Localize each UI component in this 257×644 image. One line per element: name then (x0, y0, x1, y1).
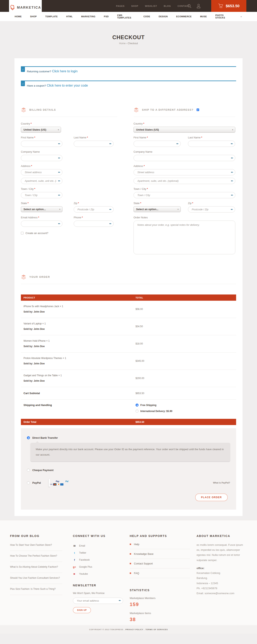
newsletter-email-input[interactable] (76, 599, 117, 602)
paypal-radio[interactable] (27, 481, 30, 484)
billing-email-input[interactable] (24, 222, 56, 226)
product-name[interactable]: Women Hold iPhone × 1 (24, 340, 136, 342)
social-link-facebook[interactable]: f Facebook (73, 556, 123, 564)
menu-item-psd[interactable]: PSD (104, 15, 108, 18)
product-name[interactable]: Proton Absolute Wordpress Themes × 1 (24, 357, 136, 360)
square-bullet-icon (130, 544, 131, 545)
product-name[interactable]: Gadget and Things on the Table × 1 (24, 374, 136, 377)
top-nav-pages[interactable]: PAGES (116, 5, 125, 7)
newsletter-section: NEWSLETTER We Won't Spam, We Promise ✒ S… (73, 584, 123, 613)
help-link[interactable]: FAQ (130, 568, 190, 578)
billing-last-name-input[interactable] (77, 142, 108, 146)
coupon-link[interactable]: Click here to enter your code (47, 84, 88, 87)
order-notes-textarea[interactable] (134, 220, 235, 254)
order-total-row: Order Total $653.50 (21, 419, 236, 425)
blog-link[interactable]: What Is So Alluring About Celebrity Fash… (10, 562, 62, 573)
billing-state-select[interactable]: Select an option... ▾ (21, 206, 62, 212)
terms-of-services-link[interactable]: TERMS OF SERVICES (145, 628, 168, 630)
top-nav-blog[interactable]: BLOG (164, 5, 171, 7)
top-nav-wishlist[interactable]: WISHLIST (145, 5, 157, 7)
top-nav-shop[interactable]: SHOP (131, 5, 138, 7)
your-order-header: YOUR ORDER (21, 274, 236, 284)
order-total-value: $653.50 (136, 421, 144, 424)
menu-item-design[interactable]: DESIGN (158, 15, 168, 18)
logo[interactable]: MARKETICA (9, 0, 42, 15)
blog-link[interactable]: How To Start Your Own Fashion Store? (10, 542, 62, 551)
breadcrumb-home[interactable]: Home (119, 42, 126, 45)
billing-company-input[interactable] (24, 156, 56, 160)
table-row: Variant of Laptop × 1 Sold by: John Doe … (21, 318, 236, 335)
menu-item-cms-templates[interactable]: CMS TEMPLATES (117, 14, 135, 19)
menu-item-html[interactable]: HTML (66, 15, 73, 18)
signup-button[interactable]: SIGN UP (73, 607, 91, 613)
billing-country-select[interactable]: United States (US) ▾ (21, 127, 61, 132)
billing-phone-input[interactable] (77, 222, 108, 226)
menu-item-shop[interactable]: SHOP (30, 15, 37, 18)
shipping-state-select[interactable]: Select an option... ▾ (134, 206, 181, 212)
footer-columns: FROM OUR BLOG How To Start Your Own Fash… (10, 520, 247, 625)
help-link[interactable]: Knowladge Base (130, 549, 190, 559)
product-name[interactable]: Variant of Laptop × 1 (24, 322, 136, 325)
privacy-policy-link[interactable]: PRIVACY POLICY (126, 628, 143, 630)
help-link[interactable]: Contact Support (130, 559, 190, 568)
pen-icon: ✒ (109, 142, 112, 145)
cart-total: $653.50 (226, 4, 240, 8)
menu-item-code[interactable]: CODE (143, 15, 150, 18)
footer-blog-column: FROM OUR BLOG How To Start Your Own Fash… (10, 534, 66, 625)
menu-overflow-icon[interactable]: » (240, 15, 242, 18)
menu-item-template[interactable]: TEMPLATE (45, 15, 58, 18)
billing-zip-input[interactable] (77, 208, 108, 211)
menu-item-home[interactable]: HOME (15, 15, 22, 18)
blog-link[interactable]: How To Choose The Perfect Fashion Store? (10, 551, 62, 562)
blog-link[interactable]: Plus Size Fashion: Is There Such a Thing… (10, 584, 62, 595)
cart-button[interactable]: $653.50 (211, 0, 246, 12)
menu-item-marketing[interactable]: MARKETING (81, 15, 95, 18)
cart-icon (218, 4, 223, 8)
checkout-card: i Returning customer? Click here to logi… (14, 58, 242, 516)
shipping-zip-input[interactable] (191, 208, 229, 211)
blog-link[interactable]: Should You Use Fashion Consultant Servic… (10, 573, 62, 584)
product-name[interactable]: iPhone 5s with Headphones Jack × 1 (24, 305, 136, 308)
shipping-town-input[interactable] (137, 194, 230, 197)
shipping-last-name-input[interactable] (191, 142, 229, 146)
menu-item-photo-stocks[interactable]: PHOTO STOCKS (215, 14, 232, 19)
cheque-payment-radio[interactable] (27, 469, 30, 472)
shipping-country-label: Country* (134, 122, 235, 125)
social-link-email[interactable]: ✉ Email (73, 542, 123, 550)
billing-phone-label: Phone* (74, 216, 114, 219)
billing-town-field: ✒ (21, 192, 62, 198)
login-link[interactable]: Click here to login (52, 70, 78, 73)
help-link[interactable]: Help (130, 542, 190, 549)
newsletter-title: NEWSLETTER (73, 584, 123, 587)
place-order-button[interactable]: PLACE ORDER (195, 494, 228, 501)
billing-town-input[interactable] (24, 194, 56, 197)
shipping-first-name-input[interactable] (137, 142, 175, 146)
menu-item-muse[interactable]: MUSE (200, 15, 207, 18)
pen-icon: ✒ (230, 208, 233, 211)
ship-different-address-checkbox[interactable]: ✓ (196, 108, 199, 111)
billing-street-input[interactable] (24, 170, 56, 174)
shipping-apartment-input[interactable] (137, 179, 230, 182)
marketplace-members-value: 159 (130, 602, 190, 607)
table-row: Gadget and Things on the Table × 1 Sold … (21, 370, 236, 387)
shipping-company-input[interactable] (137, 156, 230, 160)
free-shipping-radio[interactable] (136, 404, 138, 406)
shipping-country-select[interactable]: United States (US) ▾ (134, 127, 235, 132)
search-icon[interactable] (187, 4, 192, 8)
international-delivery-radio[interactable] (136, 410, 138, 412)
billing-first-name-input[interactable] (24, 142, 56, 146)
free-shipping-label: Free Shipping (140, 404, 156, 406)
bank-transfer-radio[interactable] (27, 436, 30, 439)
billing-apartment-input[interactable] (24, 179, 56, 182)
menu-item-ecommerce[interactable]: ECOMMERCE (176, 15, 192, 18)
social-link-twitter[interactable]: t Twitter (73, 550, 123, 556)
shipping-street-input[interactable] (137, 170, 230, 174)
newsletter-text: We Won't Spam, We Promise (73, 592, 123, 594)
user-account-icon[interactable] (196, 4, 201, 8)
social-link-youtube[interactable]: ▶ Youtube (73, 570, 123, 577)
create-account-row: Create an account? (21, 232, 118, 234)
create-account-checkbox[interactable] (21, 232, 24, 234)
what-is-paypal-link[interactable]: What is PayPal? (213, 482, 230, 484)
billing-first-name-label: First Name* (21, 136, 62, 139)
social-link-google-plus[interactable]: g+ Google Plus (73, 564, 123, 570)
